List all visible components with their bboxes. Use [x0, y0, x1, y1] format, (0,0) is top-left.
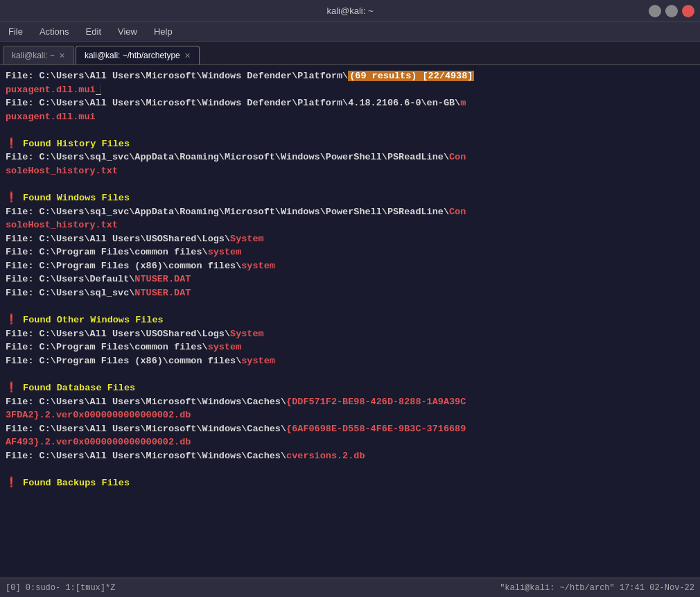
terminal-line-10: File: C:\Program Files\common files\syst…: [6, 245, 694, 259]
terminal-line-3: File: C:\Users\All Users\Microsoft\Windo…: [6, 96, 694, 110]
section-other-windows: ❗ Found Other Windows Files: [6, 313, 694, 327]
menu-actions[interactable]: Actions: [37, 25, 72, 38]
section-windows: ❗ Found Windows Files: [6, 191, 694, 205]
tab-close-home[interactable]: ✕: [59, 51, 65, 60]
menu-file[interactable]: File: [6, 25, 26, 38]
terminal-line-4: puxagent.dll.mui: [6, 110, 694, 124]
terminal-line-6: soleHost_history.txt: [6, 164, 694, 178]
terminal-line-18: 3FDA2}.2.ver0x0000000000000002.db: [6, 408, 694, 422]
status-bar: [0] 0:sudo- 1:[tmux]*Z "kali@kali: ~/htb…: [0, 578, 700, 597]
terminal-line-19: File: C:\Users\All Users\Microsoft\Windo…: [6, 422, 694, 436]
terminal-blank-2: [6, 178, 694, 192]
title-bar: kali@kali: ~: [0, 0, 700, 22]
terminal-line-17: File: C:\Users\All Users\Microsoft\Windo…: [6, 395, 694, 409]
tab-close-archetype[interactable]: ✕: [184, 51, 191, 60]
terminal-line-21: File: C:\Users\All Users\Microsoft\Windo…: [6, 449, 694, 463]
tab-kali-archetype[interactable]: kali@kali: ~/htb/archetype ✕: [76, 46, 200, 64]
tab-label-home: kali@kali: ~: [12, 51, 55, 60]
terminal-blank-4: [6, 367, 694, 381]
window-title: kali@kali: ~: [326, 6, 373, 16]
terminal-line-16: File: C:\Program Files (x86)\common file…: [6, 354, 694, 368]
terminal-line-8: soleHost_history.txt: [6, 218, 694, 232]
terminal-blank-5: [6, 462, 694, 476]
tab-label-archetype: kali@kali: ~/htb/archetype: [85, 51, 180, 60]
section-database: ❗ Found Database Files: [6, 381, 694, 395]
tabs-bar: kali@kali: ~ ✕ kali@kali: ~/htb/archetyp…: [0, 42, 700, 65]
minimize-button[interactable]: [649, 5, 661, 17]
maximize-button[interactable]: [665, 5, 678, 17]
section-history: ❗ Found History Files: [6, 137, 694, 151]
status-left: [0] 0:sudo- 1:[tmux]*Z: [6, 583, 115, 593]
terminal-line-15: File: C:\Program Files\common files\syst…: [6, 340, 694, 354]
section-backups: ❗ Found Backups Files: [6, 476, 694, 490]
terminal-blank-3: [6, 300, 694, 314]
terminal-line-11: File: C:\Program Files (x86)\common file…: [6, 259, 694, 273]
tab-kali-home[interactable]: kali@kali: ~ ✕: [3, 46, 74, 64]
terminal-line-5: File: C:\Users\sql_svc\AppData\Roaming\M…: [6, 150, 694, 164]
terminal-line-13: File: C:\Users\sql_svc\NTUSER.DAT: [6, 286, 694, 300]
terminal-line-1: File: C:\Users\All Users\Microsoft\Windo…: [6, 69, 694, 83]
menu-view[interactable]: View: [115, 25, 140, 38]
terminal-line-14: File: C:\Users\All Users\USOShared\Logs\…: [6, 327, 694, 341]
terminal-line-2: puxagent.dll.mui█: [6, 83, 694, 97]
menu-help[interactable]: Help: [151, 25, 175, 38]
menu-edit[interactable]: Edit: [83, 25, 104, 38]
terminal-line-7: File: C:\Users\sql_svc\AppData\Roaming\M…: [6, 205, 694, 219]
terminal-blank-1: [6, 123, 694, 137]
menu-bar: File Actions Edit View Help: [0, 22, 700, 42]
terminal-content[interactable]: File: C:\Users\All Users\Microsoft\Windo…: [0, 65, 700, 578]
terminal-line-20: AF493}.2.ver0x0000000000000002.db: [6, 435, 694, 449]
terminal-line-9: File: C:\Users\All Users\USOShared\Logs\…: [6, 232, 694, 246]
terminal-line-12: File: C:\Users\Default\NTUSER.DAT: [6, 272, 694, 286]
window-controls: [649, 5, 694, 17]
close-button[interactable]: [682, 5, 694, 17]
status-right: "kali@kali: ~/htb/arch" 17:41 02-Nov-22: [500, 583, 694, 593]
